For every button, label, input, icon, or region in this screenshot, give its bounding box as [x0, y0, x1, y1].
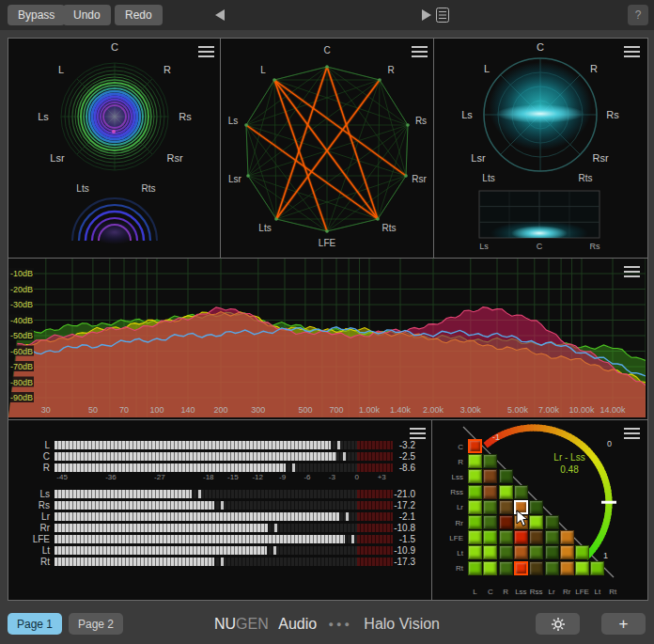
matrix-cell-rr-lr[interactable]: [545, 515, 559, 529]
meter-row-rt: Rt-17.3: [8, 558, 433, 567]
add-button[interactable]: +: [601, 613, 646, 635]
gauge-label-pos1: 1: [603, 551, 608, 560]
meter-value: -10.9: [394, 545, 415, 556]
matrix-cell-rr-lss[interactable]: [514, 515, 528, 529]
matrix-cell-lfe-c[interactable]: [483, 530, 497, 544]
matrix-cell-lr-l[interactable]: [468, 500, 482, 514]
matrix-cell-lt-r[interactable]: [499, 545, 513, 559]
meter-value: -1.5: [399, 534, 415, 544]
matrix-cell-lfe-r[interactable]: [499, 530, 513, 544]
matrix-cell-r-l[interactable]: [468, 454, 482, 468]
matrix-cell-lt-rr[interactable]: [560, 545, 574, 559]
play-icon[interactable]: [422, 9, 431, 21]
matrix-row-label: Rt: [432, 564, 463, 573]
panel-menu-icon[interactable]: [198, 46, 214, 57]
meter-row-l: L-3.2: [8, 441, 433, 450]
matrix-cell-rr-c[interactable]: [483, 515, 497, 529]
correlation-pair-label: Lr - Lss: [526, 451, 613, 463]
meter-bar: [54, 558, 393, 566]
brand-dots-icon: ●●●: [329, 620, 352, 629]
correlation-matrix: Lr - Lss 0.48 -1 0 1 CRLssRssLrRrLFELtRt…: [432, 420, 647, 600]
matrix-cell-rss-l[interactable]: [468, 485, 482, 499]
panel-menu-icon[interactable]: [412, 46, 428, 57]
meter-channel-label: Lt: [8, 545, 50, 556]
gear-icon: [551, 617, 566, 632]
matrix-cell-lr-c[interactable]: [483, 500, 497, 514]
freq-axis-label: 1.00k: [359, 405, 381, 415]
matrix-cell-lt-rss[interactable]: [529, 545, 543, 559]
freq-axis-label: 1.40k: [390, 405, 412, 415]
matrix-cell-rr-r[interactable]: [499, 515, 513, 529]
meter-channel-label: R: [8, 463, 50, 473]
db-axis-label: -90dB: [10, 393, 33, 402]
matrix-row-label: Rss: [432, 488, 463, 496]
matrix-cell-r-c[interactable]: [483, 454, 497, 468]
matrix-cell-rr-l[interactable]: [468, 515, 482, 529]
matrix-row-label: Rr: [432, 519, 463, 527]
matrix-cell-lfe-l[interactable]: [468, 530, 482, 544]
matrix-cell-lt-lr[interactable]: [545, 545, 559, 559]
web-node-label-rts: Rts: [382, 223, 397, 233]
matrix-cell-lss-c[interactable]: [483, 469, 497, 483]
panel-menu-icon[interactable]: [410, 428, 426, 439]
meter-scale-label: 0: [355, 473, 359, 481]
settings-button[interactable]: [536, 613, 580, 635]
matrix-cell-rt-lr[interactable]: [545, 561, 559, 575]
panel-menu-icon[interactable]: [624, 428, 640, 439]
polar-label-c: C: [537, 41, 544, 53]
help-button[interactable]: ?: [628, 5, 648, 25]
matrix-row-label: Lss: [432, 473, 463, 481]
meter-bar: [54, 546, 393, 555]
matrix-cell-rt-r[interactable]: [499, 561, 513, 575]
undo-button[interactable]: Undo: [63, 5, 111, 25]
polar-bottom-rs: Rs: [590, 242, 600, 251]
prev-icon[interactable]: [215, 9, 225, 21]
matrix-cell-lr-lss[interactable]: [514, 500, 528, 514]
meter-scale-label: -36: [105, 473, 117, 481]
panel-menu-icon[interactable]: [624, 266, 640, 277]
matrix-cell-lss-l[interactable]: [468, 469, 482, 483]
matrix-cell-lr-rss[interactable]: [529, 500, 543, 514]
freq-axis-label: 5.00k: [507, 405, 529, 415]
freq-axis-label: 500: [298, 405, 312, 415]
polar-label-rts: Rts: [579, 173, 593, 183]
matrix-cell-lss-r[interactable]: [499, 469, 513, 483]
matrix-cell-rss-c[interactable]: [483, 485, 497, 499]
matrix-cell-lt-lss[interactable]: [514, 545, 528, 559]
web-highlight-line-l-rts: [274, 80, 378, 219]
matrix-cell-rss-lss[interactable]: [514, 485, 528, 499]
matrix-cell-lt-l[interactable]: [468, 545, 482, 559]
meter-value: -8.6: [399, 463, 415, 473]
meter-channel-label: Ls: [8, 489, 50, 499]
matrix-cell-rt-lt[interactable]: [590, 561, 604, 575]
matrix-cell-rss-r[interactable]: [499, 485, 513, 499]
meter-channel-label: LFE: [8, 534, 50, 544]
panel-menu-icon[interactable]: [624, 46, 640, 57]
redo-button[interactable]: Redo: [115, 5, 163, 25]
matrix-cell-lfe-rr[interactable]: [560, 530, 574, 544]
matrix-cell-rt-lss[interactable]: [514, 561, 528, 575]
matrix-cell-rr-rss[interactable]: [529, 515, 543, 529]
matrix-cell-c-l[interactable]: [468, 439, 482, 453]
matrix-cell-lfe-lss[interactable]: [514, 530, 528, 544]
matrix-cell-rt-l[interactable]: [468, 561, 482, 575]
matrix-cell-lt-lfe[interactable]: [575, 545, 589, 559]
notes-icon[interactable]: [436, 8, 449, 23]
web-node-label-lfe: LFE: [319, 238, 336, 248]
correlation-value: 0.48: [526, 463, 613, 476]
matrix-cell-rt-rss[interactable]: [529, 561, 543, 575]
matrix-col-label: Rt: [609, 588, 616, 596]
matrix-cell-lt-c[interactable]: [483, 545, 497, 559]
panel-correlation-matrix: Lr - Lss 0.48 -1 0 1 CRLssRssLrRrLFELtRt…: [431, 419, 648, 601]
matrix-cell-lr-r[interactable]: [499, 500, 513, 514]
matrix-cell-rt-lfe[interactable]: [575, 561, 589, 575]
polar-label-rs: Rs: [606, 109, 619, 120]
meter-bar: [54, 512, 393, 521]
bypass-button[interactable]: Bypass: [8, 5, 65, 25]
matrix-cell-lfe-rss[interactable]: [529, 530, 543, 544]
matrix-cell-rt-c[interactable]: [483, 561, 497, 575]
ring-label-rs: Rs: [179, 111, 192, 122]
matrix-cell-rt-rr[interactable]: [560, 561, 574, 575]
matrix-cell-lfe-lr[interactable]: [545, 530, 559, 544]
freq-axis-label: 14.00k: [600, 405, 626, 415]
